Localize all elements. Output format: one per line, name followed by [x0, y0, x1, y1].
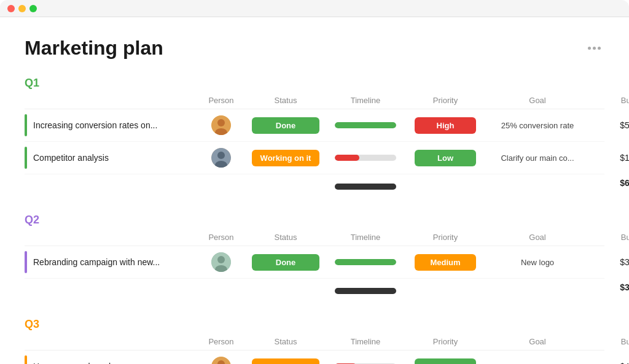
- summary-timeline-q2: [335, 288, 396, 294]
- goal-2-q1: Clarify our main co...: [485, 153, 590, 163]
- status-1-q1: Done: [252, 117, 319, 134]
- col-header-status-q2: Status: [246, 233, 326, 242]
- table-row: Competitor analysis Working on it Low: [25, 142, 604, 174]
- col-header-goal-q1: Goal: [485, 96, 590, 105]
- col-header-status-q1: Status: [246, 96, 326, 105]
- budget-1-q2: $3,000: [590, 257, 629, 267]
- priority-2-q1: Low: [415, 150, 476, 166]
- svg-point-7: [217, 256, 225, 263]
- summary-amount-q1: $6,200: [590, 178, 629, 188]
- timeline-2-q1: [335, 155, 396, 161]
- col-header-person-q2: Person: [197, 233, 246, 242]
- priority-1-q2: Medium: [415, 254, 476, 271]
- budget-1-q1: $5,000: [590, 120, 629, 130]
- summary-row-q2: $3,000 sum +: [25, 279, 604, 303]
- section-q2: Q2 Person Status Timeline Priority Goal …: [25, 214, 604, 303]
- row-border-1-q2: [25, 251, 27, 273]
- avatar-2-q1: [211, 148, 231, 168]
- page-title: Marketing plan: [25, 37, 163, 60]
- summary-label-q1: sum: [590, 188, 629, 195]
- close-dot[interactable]: [7, 5, 15, 12]
- timeline-1-q2: [335, 259, 396, 265]
- col-header-person-q1: Person: [197, 96, 246, 105]
- priority-1-q3: Low: [415, 358, 476, 365]
- col-header-timeline-q1: Timeline: [326, 96, 405, 105]
- priority-1-q1: High: [415, 117, 476, 134]
- col-header-goal-q2: Goal: [485, 233, 590, 242]
- table-row: Homepage re-launch Working on it Low: [25, 350, 604, 364]
- col-header-timeline-q3: Timeline: [326, 337, 405, 346]
- section-title-q1: Q1: [25, 77, 39, 90]
- col-header-goal-q3: Goal: [485, 337, 590, 346]
- more-button[interactable]: [584, 43, 604, 53]
- col-header-status-q3: Status: [246, 337, 326, 346]
- status-2-q1: Working on it: [252, 150, 320, 166]
- col-header-budget-q2: Budget: [590, 233, 629, 242]
- svg-point-1: [217, 119, 225, 126]
- summary-row-q1: $6,200 sum +: [25, 174, 604, 199]
- svg-point-4: [217, 152, 225, 159]
- row-name-2-q1: Competitor analysis: [33, 153, 109, 163]
- summary-timeline-q1: [335, 184, 396, 190]
- col-header-priority-q1: Priority: [405, 96, 485, 105]
- row-border-1-q1: [25, 114, 27, 136]
- goal-1-q1: 25% conversion rate: [485, 121, 590, 130]
- budget-1-q3: $4,550: [590, 362, 629, 364]
- goal-1-q2: New logo: [485, 258, 590, 267]
- section-title-q3: Q3: [25, 318, 39, 331]
- section-q3: Q3 Person Status Timeline Priority Goal …: [25, 318, 604, 364]
- section-title-q2: Q2: [25, 214, 39, 227]
- row-name-1-q2: Rebranding campaign with new...: [33, 257, 160, 267]
- status-1-q3: Working on it: [252, 358, 320, 365]
- col-header-budget-q1: Budget: [590, 96, 629, 105]
- avatar-1-q1: [211, 115, 231, 135]
- col-header-timeline-q2: Timeline: [326, 233, 405, 242]
- avatar-1-q2: [211, 252, 231, 272]
- summary-label-q2: sum: [590, 292, 629, 300]
- titlebar: [0, 0, 629, 17]
- row-name-1-q3: Homepage re-launch: [33, 362, 114, 364]
- avatar-1-q3: [211, 357, 231, 364]
- minimize-dot[interactable]: [18, 5, 26, 12]
- table-row: Increasing conversion rates on... Done H…: [25, 109, 604, 142]
- maximize-dot[interactable]: [29, 5, 37, 12]
- table-row: Rebranding campaign with new... Done Med…: [25, 246, 604, 279]
- row-name-1-q1: Increasing conversion rates on...: [33, 120, 157, 130]
- col-header-budget-q3: Budget: [590, 337, 629, 346]
- col-header-priority-q3: Priority: [405, 337, 485, 346]
- budget-2-q1: $1,200: [590, 153, 629, 163]
- status-1-q2: Done: [252, 254, 319, 271]
- row-border-1-q3: [25, 355, 27, 364]
- col-header-priority-q2: Priority: [405, 233, 485, 242]
- section-q1: Q1 Person Status Timeline Priority Goal …: [25, 77, 604, 199]
- col-header-person-q3: Person: [197, 337, 246, 346]
- goal-1-q3: New homepage: [485, 362, 590, 365]
- row-border-2-q1: [25, 147, 27, 169]
- summary-amount-q2: $3,000: [590, 282, 629, 292]
- timeline-1-q1: [335, 122, 396, 128]
